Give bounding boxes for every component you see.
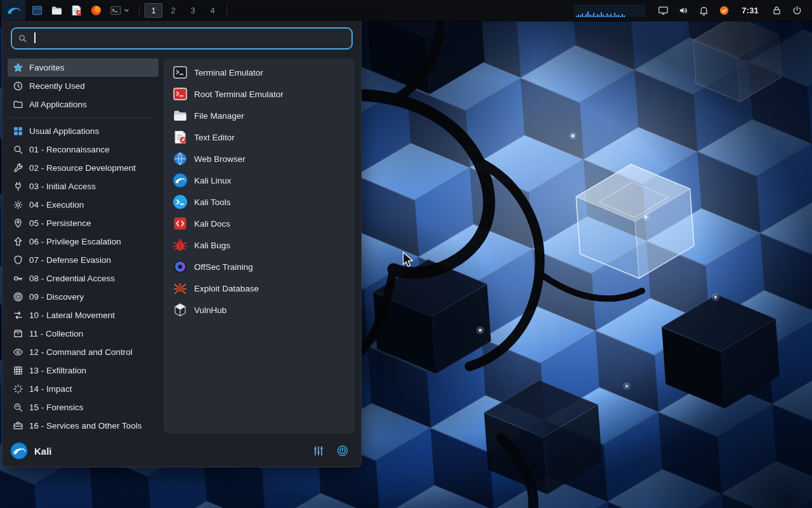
graph-bar: [616, 15, 617, 17]
footer-buttons: [309, 441, 352, 460]
session-tray: [766, 0, 807, 21]
app-root-terminal-emulator[interactable]: Root Terminal Emulator: [167, 83, 351, 105]
category-label: 01 - Reconnaissance: [29, 145, 110, 154]
app-text-editor[interactable]: Text Editor: [167, 126, 351, 148]
category-13-exfiltration[interactable]: 13 - Exfiltration: [8, 361, 159, 380]
graph-bar: [578, 15, 579, 17]
category-usual-applications[interactable]: Usual Applications: [8, 122, 159, 140]
updates-tray-button[interactable]: [714, 0, 734, 21]
search-input[interactable]: [32, 34, 346, 44]
workspace-3[interactable]: 3: [184, 3, 202, 18]
workspace-1[interactable]: 1: [145, 3, 162, 18]
category-label: 10 - Lateral Movement: [29, 311, 115, 320]
category-15-forensics[interactable]: 15 - Forensics: [8, 398, 159, 417]
files-icon: [173, 108, 188, 123]
graph-bar: [608, 15, 610, 17]
app-kali-bugs[interactable]: Kali Bugs: [167, 234, 351, 256]
root-terminal-icon: [173, 86, 188, 102]
bell-icon: [698, 5, 709, 16]
search-box[interactable]: [11, 27, 353, 50]
plug-icon: [13, 181, 23, 192]
category-label: 14 - Impact: [29, 384, 72, 394]
category-all-applications[interactable]: All Applications: [8, 95, 159, 114]
text-caret: [34, 32, 36, 43]
firefox-icon: [90, 4, 102, 17]
workspace-2[interactable]: 2: [164, 3, 182, 18]
app-label: Text Editor: [194, 133, 235, 142]
graph-bar: [618, 15, 619, 17]
graph-bar: [591, 15, 593, 17]
category-07-defense-evasion[interactable]: 07 - Defense Evasion: [8, 251, 159, 269]
top-panel: 1234 7:31: [0, 0, 812, 21]
category-label: 03 - Initial Access: [29, 182, 96, 191]
category-label: 13 - Exfiltration: [29, 366, 86, 375]
gear-icon: [13, 199, 23, 210]
network-monitor[interactable]: [574, 4, 645, 17]
app-terminal-emulator[interactable]: Terminal Emulator: [167, 62, 351, 83]
category-16-services-and-other-tools[interactable]: 16 - Services and Other Tools: [8, 417, 159, 435]
panel-separator: [226, 5, 227, 17]
category-11-collection[interactable]: 11 - Collection: [8, 324, 159, 343]
terminal-launcher[interactable]: [106, 0, 134, 21]
category-09-discovery[interactable]: 09 - Discovery: [8, 288, 159, 306]
menu-footer: Kali: [3, 436, 361, 467]
category-label: 11 - Collection: [29, 329, 83, 338]
file-manager-launcher[interactable]: [47, 0, 67, 21]
app-kali-docs[interactable]: Kali Docs: [167, 213, 351, 234]
app-kali-linux[interactable]: Kali Linux: [167, 170, 351, 191]
lock-icon: [771, 5, 782, 16]
volume-icon: [678, 5, 689, 16]
app-file-manager[interactable]: File Manager: [167, 105, 351, 126]
graph-bar: [612, 16, 613, 17]
firefox-launcher[interactable]: [86, 0, 106, 21]
category-08-credential-access[interactable]: 08 - Credential Access: [8, 269, 159, 288]
app-exploit-database[interactable]: Exploit Database: [167, 277, 351, 299]
workspace-4[interactable]: 4: [204, 3, 221, 18]
graph-bar: [580, 15, 581, 17]
box-icon: [13, 328, 23, 339]
category-06-privilege-escalation[interactable]: 06 - Privilege Escalation: [8, 232, 159, 251]
window-launcher[interactable]: [27, 0, 47, 21]
search-icon: [18, 34, 27, 43]
category-label: Recently Used: [29, 81, 85, 91]
volume-tray-button[interactable]: [673, 0, 693, 21]
category-05-persistence[interactable]: 05 - Persistence: [8, 214, 159, 232]
kali-tools-icon: [173, 194, 188, 210]
category-favorites[interactable]: Favorites: [8, 58, 159, 77]
kali-circle-icon: [173, 173, 188, 188]
clock[interactable]: 7:31: [734, 6, 766, 15]
toolbox-icon: [13, 420, 23, 431]
whisker-menu: FavoritesRecently UsedAll ApplicationsUs…: [2, 21, 362, 467]
app-kali-tools[interactable]: Kali Tools: [167, 191, 351, 213]
category-10-lateral-movement[interactable]: 10 - Lateral Movement: [8, 306, 159, 324]
category-04-execution[interactable]: 04 - Execution: [8, 196, 159, 214]
category-03-initial-access[interactable]: 03 - Initial Access: [8, 177, 159, 196]
category-label: 05 - Persistence: [29, 218, 91, 228]
app-label: Kali Docs: [194, 219, 230, 229]
power-button[interactable]: [787, 0, 807, 21]
app-label: Terminal Emulator: [194, 68, 263, 77]
category-label: 04 - Execution: [29, 200, 84, 210]
app-vulnhub[interactable]: VulnHub: [167, 299, 351, 321]
terminal-icon: [173, 65, 188, 80]
text-editor-launcher[interactable]: [67, 0, 86, 21]
graph-bar: [614, 13, 615, 17]
settings-button[interactable]: [309, 441, 328, 460]
editor-icon: [173, 130, 188, 145]
bell-tray-button[interactable]: [693, 0, 714, 21]
category-label: 09 - Discovery: [29, 292, 84, 302]
app-web-browser[interactable]: Web Browser: [167, 148, 351, 170]
screen: 1234 7:31 FavoritesRecently UsedAll Appl…: [0, 0, 812, 508]
category-recently-used[interactable]: Recently Used: [8, 77, 159, 95]
category-01-reconnaissance[interactable]: 01 - Reconnaissance: [8, 140, 159, 159]
power-ring-icon: [336, 444, 349, 457]
category-02-resource-development[interactable]: 02 - Resource Development: [8, 159, 159, 177]
lock-button[interactable]: [766, 0, 787, 21]
app-offsec-training[interactable]: OffSec Training: [167, 256, 351, 277]
whisker-menu-button[interactable]: [1, 0, 25, 21]
display-tray-button[interactable]: [653, 0, 673, 21]
grid-icon: [13, 126, 23, 137]
logout-button[interactable]: [333, 441, 352, 460]
category-12-command-and-control[interactable]: 12 - Command and Control: [8, 343, 159, 361]
category-14-impact[interactable]: 14 - Impact: [8, 380, 159, 398]
